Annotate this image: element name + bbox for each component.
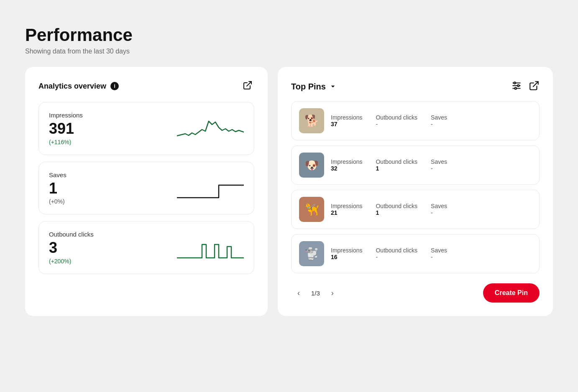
- pagination-row: ‹ 1/3 › Create Pin: [291, 283, 540, 303]
- panels: Analytics overview i Impressions 391 (+1…: [25, 67, 553, 316]
- pin-card-4[interactable]: 🐩 Impressions 16 Outbound clicks - Saves…: [291, 234, 540, 273]
- page-container: Performance Showing data from the last 3…: [8, 8, 570, 392]
- export-icon[interactable]: [243, 80, 254, 92]
- outbound-info: Outbound clicks 3 (+200%): [49, 231, 94, 265]
- svg-point-5: [517, 85, 519, 87]
- top-pins-header: Top Pins: [291, 80, 540, 93]
- pagination-controls: ‹ 1/3 ›: [291, 285, 340, 300]
- impressions-chart: [177, 113, 244, 144]
- next-page-button[interactable]: ›: [325, 285, 340, 300]
- pin-1-stats: Impressions 37 Outbound clicks - Saves -: [331, 114, 532, 127]
- saves-card: Saves 1 (+0%): [38, 162, 254, 215]
- pin-thumbnail-4: 🐩: [299, 241, 324, 266]
- info-icon[interactable]: i: [110, 82, 119, 90]
- pin-2-outbound: Outbound clicks 1: [376, 158, 417, 172]
- pin-2-stats: Impressions 32 Outbound clicks 1 Saves -: [331, 158, 532, 172]
- svg-line-0: [247, 81, 251, 86]
- pin-thumbnail-2: 🐶: [299, 153, 324, 178]
- pin-card-1[interactable]: 🐕 Impressions 37 Outbound clicks - Saves…: [291, 101, 540, 140]
- chevron-down-icon: [329, 83, 337, 90]
- top-pins-title-btn[interactable]: Top Pins: [291, 82, 337, 92]
- svg-point-6: [515, 87, 517, 89]
- pin-1-outbound: Outbound clicks -: [376, 114, 417, 127]
- pin-3-outbound: Outbound clicks 1: [376, 203, 417, 216]
- analytics-header: Analytics overview i: [38, 80, 254, 92]
- pin-2-impressions: Impressions 32: [331, 158, 362, 172]
- page-title: Performance: [25, 25, 553, 45]
- top-pins-actions: [511, 80, 540, 93]
- outbound-value: 3: [49, 239, 94, 256]
- impressions-info: Impressions 391 (+116%): [49, 112, 83, 145]
- impressions-value: 391: [49, 120, 83, 137]
- page-subtitle: Showing data from the last 30 days: [25, 48, 553, 55]
- pin-3-stats: Impressions 21 Outbound clicks 1 Saves -: [331, 203, 532, 216]
- saves-label: Saves: [49, 171, 66, 178]
- saves-info: Saves 1 (+0%): [49, 171, 66, 205]
- pin-4-impressions: Impressions 16: [331, 247, 362, 260]
- outbound-card: Outbound clicks 3 (+200%): [38, 221, 254, 274]
- pin-thumbnail-1: 🐕: [299, 108, 324, 133]
- pin-2-saves: Saves -: [431, 158, 447, 172]
- pin-4-outbound: Outbound clicks -: [376, 247, 417, 260]
- saves-change: (+0%): [49, 198, 66, 205]
- pin-thumbnail-3: 🦮: [299, 197, 324, 222]
- pin-3-impressions: Impressions 21: [331, 203, 362, 216]
- impressions-label: Impressions: [49, 112, 83, 119]
- pin-card-2[interactable]: 🐶 Impressions 32 Outbound clicks 1 Saves…: [291, 145, 540, 185]
- pin-1-impressions: Impressions 37: [331, 114, 362, 127]
- saves-chart: [177, 173, 244, 204]
- pin-4-stats: Impressions 16 Outbound clicks - Saves -: [331, 247, 532, 260]
- pin-1-saves: Saves -: [431, 114, 447, 127]
- top-pins-panel: Top Pins: [278, 67, 553, 316]
- outbound-label: Outbound clicks: [49, 231, 94, 238]
- analytics-header-left: Analytics overview i: [38, 82, 119, 91]
- top-pins-label: Top Pins: [291, 82, 326, 92]
- saves-value: 1: [49, 180, 66, 197]
- page-indicator: 1/3: [311, 290, 320, 297]
- analytics-title: Analytics overview: [38, 82, 106, 91]
- analytics-panel: Analytics overview i Impressions 391 (+1…: [25, 67, 268, 316]
- filter-icon[interactable]: [511, 80, 522, 93]
- pin-card-3[interactable]: 🦮 Impressions 21 Outbound clicks 1 Saves…: [291, 190, 540, 229]
- top-pins-export-icon[interactable]: [529, 80, 540, 93]
- pin-3-saves: Saves -: [431, 203, 447, 216]
- svg-line-7: [533, 81, 538, 87]
- pin-4-saves: Saves -: [431, 247, 447, 260]
- outbound-chart: [177, 232, 244, 263]
- outbound-change: (+200%): [49, 258, 94, 265]
- impressions-card: Impressions 391 (+116%): [38, 102, 254, 155]
- svg-point-4: [514, 82, 516, 84]
- prev-page-button[interactable]: ‹: [291, 285, 306, 300]
- impressions-change: (+116%): [49, 139, 83, 145]
- create-pin-button[interactable]: Create Pin: [483, 283, 540, 303]
